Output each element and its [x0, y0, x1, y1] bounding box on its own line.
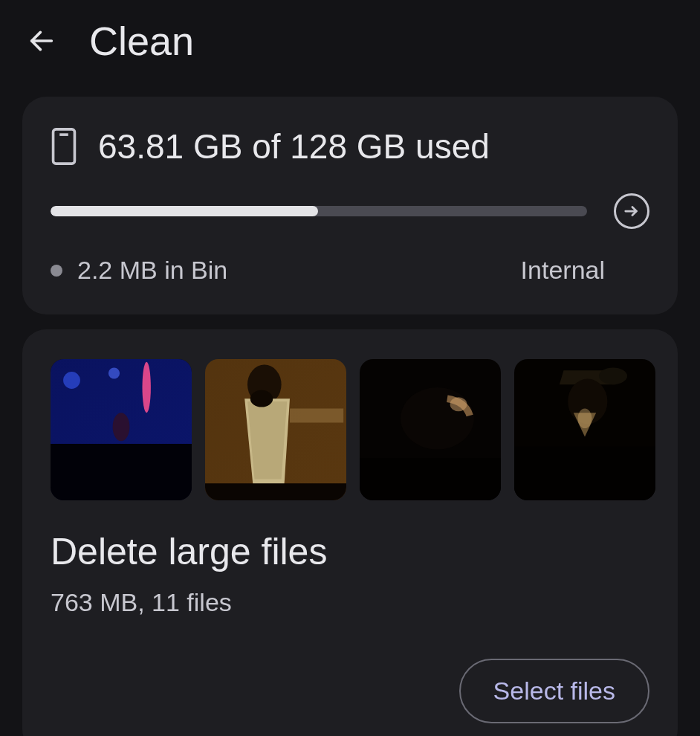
phone-icon: [51, 127, 77, 166]
thumbnail-image-icon: [51, 359, 192, 500]
card-action-row: Select files: [51, 659, 649, 723]
svg-point-9: [63, 372, 80, 389]
storage-card: 63.81 GB of 128 GB used 2.2 MB in Bin In…: [22, 97, 678, 314]
large-files-title: Delete large files: [51, 530, 649, 573]
svg-point-6: [143, 362, 151, 413]
bin-info[interactable]: 2.2 MB in Bin: [51, 256, 227, 285]
storage-header: 63.81 GB of 128 GB used: [51, 126, 649, 167]
storage-progress-fill: [51, 206, 318, 216]
large-files-card: Delete large files 763 MB, 11 files Sele…: [22, 329, 678, 736]
thumbnail-image-icon: [514, 359, 655, 500]
storage-progress-row: [51, 193, 649, 229]
thumbnail-3[interactable]: [360, 359, 501, 500]
arrow-left-icon: [27, 26, 56, 56]
bin-text: 2.2 MB in Bin: [77, 256, 227, 285]
app-header: Clean: [0, 0, 700, 82]
svg-point-21: [599, 367, 627, 384]
svg-point-10: [108, 367, 120, 378]
storage-location-label: Internal: [521, 256, 605, 285]
thumbnail-4[interactable]: [514, 359, 655, 500]
storage-progress-bar: [51, 206, 587, 216]
svg-rect-15: [205, 483, 346, 500]
svg-rect-8: [51, 444, 192, 500]
svg-rect-19: [360, 458, 501, 500]
storage-details-button[interactable]: [614, 193, 649, 229]
thumbnail-image-icon: [360, 359, 501, 500]
storage-footer: 2.2 MB in Bin Internal: [51, 256, 649, 285]
svg-point-17: [401, 387, 474, 450]
thumbnail-1[interactable]: [51, 359, 192, 500]
arrow-right-circle-icon: [623, 203, 640, 219]
svg-point-23: [578, 409, 592, 429]
large-files-subtitle: 763 MB, 11 files: [51, 588, 649, 617]
svg-rect-13: [290, 409, 343, 423]
thumbnail-image-icon: [205, 359, 346, 500]
back-button[interactable]: [24, 23, 59, 59]
select-files-button[interactable]: Select files: [459, 659, 649, 723]
page-title: Clean: [89, 18, 194, 64]
thumbnail-2[interactable]: [205, 359, 346, 500]
svg-point-7: [113, 413, 130, 441]
svg-rect-24: [514, 447, 655, 500]
storage-usage-text: 63.81 GB of 128 GB used: [98, 126, 490, 167]
svg-point-14: [250, 390, 273, 407]
svg-point-18: [450, 397, 467, 411]
thumbnails-row: [51, 359, 649, 500]
bin-dot-icon: [51, 265, 62, 277]
